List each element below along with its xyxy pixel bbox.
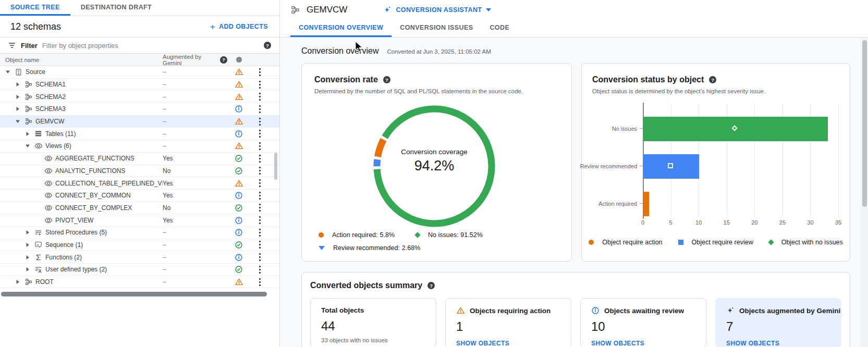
more-options-icon[interactable]: [259, 117, 261, 126]
more-options-icon[interactable]: [259, 142, 261, 151]
show-objects-gemini-link[interactable]: SHOW OBJECTS: [726, 340, 830, 347]
schema-icon: [24, 117, 33, 126]
gemini-sparkle-icon: [726, 306, 735, 315]
more-options-icon[interactable]: [259, 92, 261, 101]
caret-right-icon[interactable]: [14, 81, 21, 88]
objects-awaiting-review-title: Objects awaiting review: [604, 307, 684, 315]
more-options-icon[interactable]: [259, 154, 261, 163]
caret-right-icon[interactable]: [24, 254, 31, 261]
right-vertical-scrollbar[interactable]: [862, 40, 867, 207]
conversion-assistant-label: CONVERSION ASSISTANT: [396, 6, 482, 14]
augmented-value: –: [163, 105, 227, 113]
tree-row[interactable]: User defined types (2)–: [0, 264, 279, 276]
tab-code[interactable]: CODE: [481, 20, 518, 37]
caret-right-icon[interactable]: [24, 266, 31, 273]
tree-row[interactable]: Functions (2)–: [0, 251, 279, 264]
row-actions-cell: [250, 228, 279, 237]
tree-row[interactable]: SCHEMA2–: [0, 91, 279, 103]
summary-help-icon[interactable]: ?: [427, 282, 435, 289]
caret-spacer: [34, 155, 41, 162]
more-options-icon[interactable]: [259, 68, 261, 77]
tree-row[interactable]: Source–: [0, 66, 279, 79]
row-actions-cell: [250, 191, 279, 200]
caret-down-icon[interactable]: [4, 68, 11, 76]
more-options-icon[interactable]: [259, 105, 261, 114]
status-cell: [227, 265, 250, 274]
tree-row[interactable]: Views (6)–: [0, 140, 279, 153]
tree-row[interactable]: SCHEMA3–: [0, 103, 279, 116]
bar-no-issues: [643, 117, 828, 141]
tree-row[interactable]: Tables (11)–: [0, 128, 279, 140]
object-name-cell: ANALYTIC_FUNCTIONS: [0, 167, 163, 175]
tree-row[interactable]: GEMVCW–: [0, 116, 279, 128]
object-name: CONNECT_BY_COMMON: [55, 192, 131, 199]
more-options-icon[interactable]: [259, 278, 261, 287]
more-options-icon[interactable]: [259, 228, 261, 237]
filter-label: Filter: [21, 42, 38, 49]
objects-awaiting-review-value: 10: [591, 319, 695, 334]
sequence-icon: [34, 241, 43, 249]
horizontal-scrollbar[interactable]: [1, 292, 267, 296]
caret-right-icon[interactable]: [14, 105, 21, 113]
tab-source-tree[interactable]: SOURCE TREE: [0, 0, 70, 16]
filter-help-icon[interactable]: ?: [264, 42, 271, 49]
summary-title: Converted objects summary: [310, 281, 422, 290]
rate-legend-item: No issues:91.52%: [415, 231, 483, 239]
caret-down-icon[interactable]: [14, 118, 21, 125]
tree-row[interactable]: CONNECT_BY_COMPLEXNo: [0, 202, 279, 215]
panel-tab-bar: SOURCE TREE DESTINATION DRAFT: [0, 0, 279, 16]
caret-right-icon[interactable]: [24, 241, 31, 249]
warning-icon: [235, 80, 243, 89]
conversion-assistant-button[interactable]: CONVERSION ASSISTANT: [383, 6, 491, 14]
objects-requiring-action-tile: Objects requiring action 1 SHOW OBJECTS: [445, 298, 571, 347]
tree-row[interactable]: SCHEMA1–: [0, 79, 279, 91]
view-icon: [44, 179, 53, 188]
more-options-icon[interactable]: [259, 265, 261, 274]
tree-row[interactable]: ANALYTIC_FUNCTIONSNo: [0, 165, 279, 178]
conversion-status-help-icon[interactable]: ?: [709, 76, 716, 83]
augmented-help-icon[interactable]: ?: [220, 56, 227, 64]
filter-input[interactable]: [42, 42, 259, 49]
caret-spacer: [34, 167, 41, 175]
total-objects-title: Total objects: [321, 306, 364, 314]
show-objects-action-link[interactable]: SHOW OBJECTS: [456, 340, 560, 347]
tree-row[interactable]: COLLECTION_TABLE_PIPELINED_VIEWYes: [0, 177, 279, 190]
more-options-icon[interactable]: [259, 166, 261, 175]
more-options-icon[interactable]: [259, 179, 261, 188]
caret-down-icon[interactable]: [24, 142, 31, 150]
more-options-icon[interactable]: [259, 216, 261, 225]
caret-right-icon[interactable]: [14, 93, 21, 101]
caret-right-icon[interactable]: [24, 130, 31, 138]
show-objects-review-link[interactable]: SHOW OBJECTS: [591, 340, 695, 347]
more-options-icon[interactable]: [259, 240, 261, 249]
tree-row[interactable]: ROOT–: [0, 276, 279, 289]
more-options-icon[interactable]: [259, 129, 261, 138]
tab-destination-draft[interactable]: DESTINATION DRAFT: [70, 0, 162, 16]
augmented-value: –: [163, 81, 227, 88]
more-options-icon[interactable]: [259, 203, 261, 212]
tab-conversion-issues[interactable]: CONVERSION ISSUES: [392, 20, 481, 37]
more-options-icon[interactable]: [259, 253, 261, 262]
status-column-icon: [236, 57, 242, 63]
caret-right-icon[interactable]: [24, 229, 31, 236]
object-name: SCHEMA2: [35, 93, 66, 101]
tree-row[interactable]: Stored Procedures (5)–: [0, 227, 279, 239]
object-name: COLLECTION_TABLE_PIPELINED_VIEW: [55, 180, 163, 187]
more-options-icon[interactable]: [259, 191, 261, 200]
tree-row[interactable]: AGGREGATE_FUNCTIONSYes: [0, 153, 279, 165]
add-objects-button[interactable]: + ADD OBJECTS: [210, 22, 268, 31]
caret-spacer: [34, 217, 41, 224]
tree-row[interactable]: CONNECT_BY_COMMONYes: [0, 190, 279, 202]
row-actions-cell: [250, 253, 279, 262]
tree-vertical-scrollbar[interactable]: [274, 153, 277, 180]
tree-row[interactable]: Sequence (1)–: [0, 239, 279, 252]
status-legend-item: Object require action: [589, 239, 662, 246]
tree-row[interactable]: PIVOT_VIEWYes: [0, 214, 279, 227]
more-options-icon[interactable]: [259, 80, 261, 89]
column-augmented-by-gemini: Augmented by Gemini ?: [163, 54, 227, 66]
total-objects-tile: Total objects 44 33 objects with no issu…: [310, 298, 436, 347]
tab-conversion-overview[interactable]: CONVERSION OVERVIEW: [290, 20, 392, 37]
add-objects-label: ADD OBJECTS: [219, 23, 268, 30]
bar-action-required: [643, 192, 649, 216]
caret-right-icon[interactable]: [14, 278, 21, 286]
